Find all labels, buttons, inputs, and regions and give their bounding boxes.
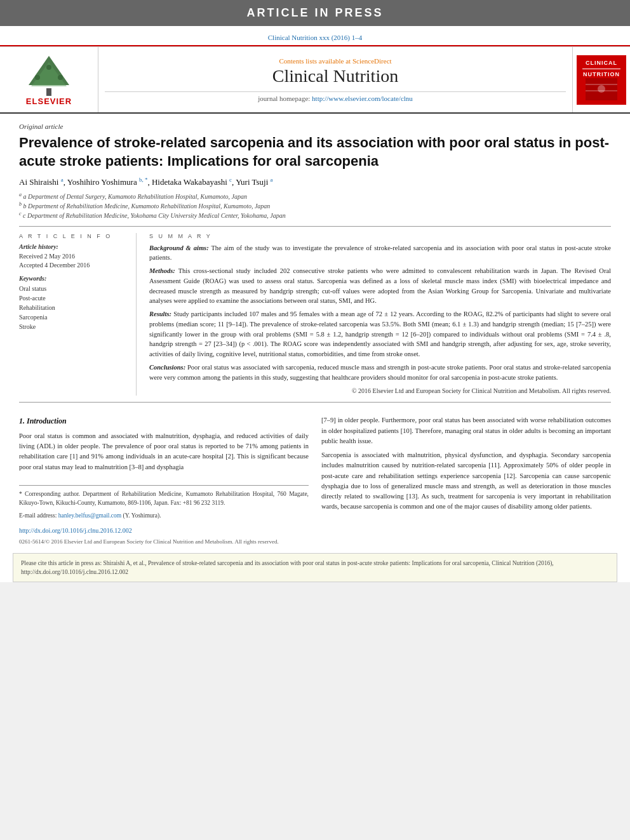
- banner-text: ARTICLE IN PRESS: [246, 6, 383, 19]
- svg-rect-0: [46, 88, 51, 96]
- article-type-label: Original article: [19, 123, 611, 130]
- summary-heading: S U M M A R Y: [149, 233, 611, 239]
- svg-point-9: [598, 85, 605, 93]
- science-direct-name[interactable]: ScienceDirect: [352, 57, 392, 65]
- keywords-label: Keywords:: [19, 275, 128, 282]
- intro-p1: Poor oral status is common and associate…: [19, 431, 309, 472]
- authors-line: Ai Shiraishi a, Yoshihiro Yoshimura b, *…: [19, 177, 611, 187]
- publisher-logo-divider: [582, 69, 620, 69]
- copyright-line: © 2016 Elsevier Ltd and European Society…: [149, 386, 611, 396]
- article-info-heading: A R T I C L E I N F O: [19, 233, 128, 239]
- journal-header-row: ELSEVIER Contents lists available at Sci…: [0, 46, 630, 114]
- methods-paragraph: Methods: This cross-sectional study incl…: [149, 266, 611, 306]
- affiliation-c: c c Department of Rehabilitation Medicin…: [19, 211, 611, 219]
- email-link[interactable]: hanley.belfus@gmail.com: [58, 512, 121, 519]
- issn-line: 0261-5614/© 2016 Elsevier Ltd and Europe…: [19, 538, 309, 547]
- publisher-logo-box: CLINICAL NUTRITION: [573, 47, 630, 112]
- elsevier-tree-icon: [23, 53, 74, 97]
- summary-column: S U M M A R Y Background & aims: The aim…: [149, 233, 611, 396]
- elsevier-logo-box: ELSEVIER: [0, 47, 98, 112]
- conclusions-paragraph: Conclusions: Poor oral status was associ…: [149, 363, 611, 383]
- divider-after-affiliations: [19, 226, 611, 227]
- journal-center: Contents lists available at ScienceDirec…: [98, 47, 573, 112]
- journal-citation-header: Clinical Nutrition xxx (2016) 1–4: [0, 26, 630, 46]
- body-two-col: 1. Introduction Poor oral status is comm…: [0, 415, 630, 547]
- science-direct-line: Contents lists available at ScienceDirec…: [279, 57, 391, 65]
- affiliation-a: a a Department of Dental Surgery, Kumamo…: [19, 192, 611, 200]
- intro-col2-p2: Sarcopenia is associated with malnutriti…: [321, 450, 611, 512]
- publisher-logo: CLINICAL NUTRITION: [577, 55, 626, 105]
- received-date: Received 2 May 2016 Accepted 4 December …: [19, 252, 128, 270]
- page-wrapper: ARTICLE IN PRESS Clinical Nutrition xxx …: [0, 0, 630, 582]
- publisher-logo-line1: CLINICAL: [586, 59, 617, 67]
- homepage-url[interactable]: http://www.elsevier.com/locate/clnu: [312, 95, 413, 102]
- footnote-box: * Corresponding author. Department of Re…: [19, 485, 309, 521]
- header-divider: [105, 91, 566, 92]
- elsevier-label: ELSEVIER: [26, 97, 72, 106]
- article-info-summary-section: A R T I C L E I N F O Article history: R…: [19, 233, 611, 396]
- affiliation-b: b b Department of Rehabilitation Medicin…: [19, 201, 611, 210]
- citation-line: Clinical Nutrition xxx (2016) 1–4: [268, 34, 362, 41]
- main-content: Original article Prevalence of stroke-re…: [0, 114, 630, 415]
- svg-point-5: [46, 65, 51, 70]
- history-label: Article history:: [19, 243, 128, 250]
- article-in-press-banner: ARTICLE IN PRESS: [0, 0, 630, 26]
- journal-title: Clinical Nutrition: [272, 66, 398, 86]
- body-left-col: 1. Introduction Poor oral status is comm…: [19, 415, 309, 547]
- svg-point-3: [35, 75, 40, 80]
- doi-link[interactable]: http://dx.doi.org/10.1016/j.clnu.2016.12…: [19, 527, 132, 534]
- body-right-col: [7–9] in older people. Furthermore, poor…: [321, 415, 611, 547]
- footnote-corresponding: * Corresponding author. Department of Re…: [19, 490, 309, 508]
- summary-text: Background & aims: The aim of the study …: [149, 243, 611, 396]
- homepage-line: journal homepage: http://www.elsevier.co…: [258, 95, 413, 102]
- background-paragraph: Background & aims: The aim of the study …: [149, 243, 611, 263]
- publisher-logo-line2: NUTRITION: [583, 70, 620, 79]
- article-title: Prevalence of stroke-related sarcopenia …: [19, 134, 611, 170]
- introduction-heading: 1. Introduction: [19, 415, 309, 427]
- divider-after-summary: [19, 402, 611, 403]
- footnote-email: E-mail address: hanley.belfus@gmail.com …: [19, 511, 309, 520]
- results-paragraph: Results: Study participants included 107…: [149, 309, 611, 359]
- article-info-column: A R T I C L E I N F O Article history: R…: [19, 233, 137, 396]
- citation-notice: Please cite this article in press as: Sh…: [13, 553, 617, 583]
- publisher-logo-graphic: [586, 78, 617, 100]
- intro-col2-p1: [7–9] in older people. Furthermore, poor…: [321, 415, 611, 446]
- keywords-list: Oral status Post-acute Rehabilitation Sa…: [19, 284, 128, 331]
- svg-point-4: [58, 75, 63, 80]
